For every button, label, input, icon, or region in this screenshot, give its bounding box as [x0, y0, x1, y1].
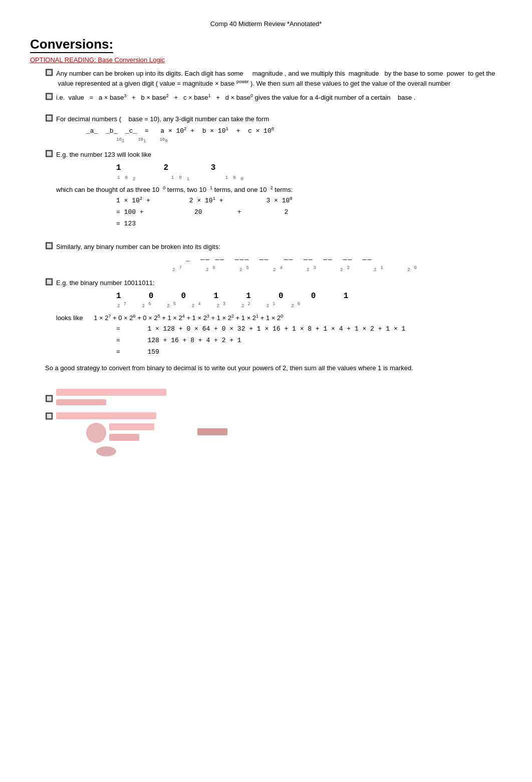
binary-sub-row: 27 26 25 24 23 22 21 20: [117, 303, 502, 310]
decimal-digit-row: 1 2 3: [116, 162, 502, 174]
looks-like-label: looks like 1 × 27 + 0 × 26 + 0 × 25 + 1 …: [56, 313, 502, 323]
bullet-6: 🔲 E.g. the binary number 10011011: 1 0 0…: [45, 278, 502, 358]
optional-reading-label: OPTIONAL READING: Base Conversion Logic: [30, 56, 502, 64]
bullet-text-4: E.g. the number 123 will look like 1 2 3…: [56, 150, 502, 230]
binary-dots-row: … —— —— ——— —— —— —— —— —— ——: [56, 255, 502, 265]
bullet-symbol-1: 🔲: [45, 69, 54, 76]
bullet-text-1: Any number can be broken up into its dig…: [56, 69, 502, 89]
which-text: which can be thought of as three 10 0 te…: [56, 185, 502, 195]
binary-eq3: = 159: [116, 347, 502, 358]
section-heading: Conversions:: [30, 37, 113, 53]
blurred-sub-group: [86, 423, 502, 443]
decimal-form-math: _a_ _b_ _c_ = a × 102 + b × 101 + c × 10…: [86, 126, 502, 137]
decimal-eq3: = 123: [116, 219, 502, 229]
decimal-digit-sub-row: 102 101 100: [117, 175, 502, 182]
blurred-bottom: [96, 444, 502, 456]
bullet-1: 🔲 Any number can be broken up into its d…: [45, 69, 502, 89]
bullet-symbol-5: 🔲: [45, 242, 54, 249]
blurred-text-1: [56, 389, 166, 396]
blurred-sub-1: [56, 399, 106, 405]
blurred-circle-2: [96, 446, 116, 456]
blurred-row-1: [56, 389, 502, 408]
bullet-symbol-6: 🔲: [45, 278, 54, 286]
blurred-text-4: [109, 434, 139, 441]
blurred-section: 🔲 🔲: [45, 389, 502, 456]
bullet-5: 🔲 Similarly, any binary number can be br…: [45, 242, 502, 274]
bullet-symbol-2: 🔲: [45, 93, 54, 100]
overall-number-text: overall number: [407, 80, 450, 87]
bullet-2: 🔲 i.e. value = a × base3 + b × base2 + c…: [45, 93, 502, 103]
bullet-3: 🔲 For decimal numbers ( base = 10), any …: [45, 114, 502, 146]
blurred-text-3: [109, 423, 154, 430]
bullet-text-6: E.g. the binary number 10011011: 1 0 0 1…: [56, 278, 502, 358]
blurred-col-2: [197, 428, 227, 437]
blurred-bullet-1: 🔲: [45, 395, 54, 402]
blurred-row-2: [56, 412, 502, 456]
blurred-text-5: [197, 428, 227, 435]
blurred-text-2: [56, 412, 156, 419]
closing-text: So a good strategy to convert from binar…: [45, 363, 502, 374]
binary-digit-row: 1 0 0 1 1 0 0 1: [116, 290, 502, 303]
decimal-eq1: 1 × 102 + 2 × 101 + 3 × 100: [116, 196, 502, 206]
base-dot-text: base .: [398, 94, 415, 101]
bullet-4: 🔲 E.g. the number 123 will look like 1 2…: [45, 150, 502, 230]
bullet-text-2: i.e. value = a × base3 + b × base2 + c ×…: [56, 93, 502, 103]
bullet-symbol-3: 🔲: [45, 114, 54, 122]
blurred-bullet-2: 🔲: [45, 412, 54, 420]
blurred-circle: [86, 423, 106, 443]
binary-eq2: = 128 + 16 + 8 + 4 + 2 + 1: [116, 336, 502, 346]
number-certain-text: number of a certain: [335, 94, 391, 101]
binary-eq1: = 1 × 128 + 0 × 64 + 0 × 32 + 1 × 16 + 1…: [116, 324, 502, 335]
decimal-eq2: = 100 + 20 + 2: [116, 207, 502, 218]
binary-dots-sub: 27 26 25 24 23 22 21 20: [91, 267, 502, 274]
blurred-col: [109, 423, 154, 443]
bullet-text-3: For decimal numbers ( base = 10), any 3-…: [56, 114, 502, 146]
bullet-symbol-4: 🔲: [45, 150, 54, 157]
bullet-text-5: Similarly, any binary number can be brok…: [56, 242, 502, 274]
page-title: Comp 40 Midterm Review *Annotated*: [30, 20, 502, 28]
decimal-subscripts: 102 101 100: [116, 137, 502, 144]
